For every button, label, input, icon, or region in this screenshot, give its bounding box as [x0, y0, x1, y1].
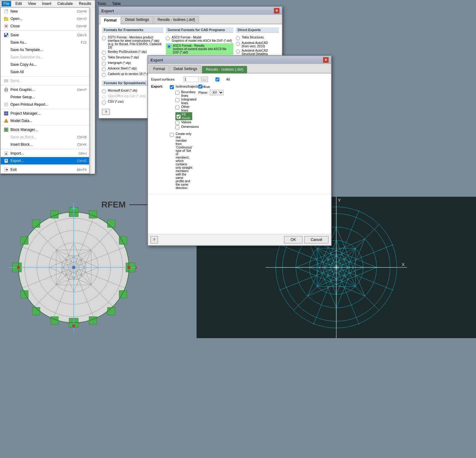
- dialog2-help-btn[interactable]: ?: [150, 236, 158, 243]
- menu-item-projectmanager[interactable]: Project Manager...: [1, 110, 89, 117]
- menu-item-export[interactable]: Export... Ctrl+E: [1, 157, 89, 164]
- dimensions-check[interactable]: Dimensions: [175, 125, 192, 129]
- export-surfaces-row: Export surfaces ... All: [151, 77, 328, 82]
- menu-item-saveas-shortcut: F12: [81, 41, 87, 44]
- cad-ascii-results[interactable]: ASCII Format - ResultsIsolines of curren…: [166, 43, 233, 55]
- menu-item-save-label: Save: [9, 33, 77, 37]
- tab-format-2[interactable]: Format: [149, 65, 169, 73]
- framework-bentley[interactable]: Bentley ProStructures (*.stp): [102, 50, 163, 55]
- menu-item-saveall[interactable]: Save All: [1, 68, 89, 76]
- saveasblock-icon: [3, 135, 9, 140]
- menu-item-blockmanager[interactable]: Block Manager...: [1, 126, 89, 133]
- menu-view[interactable]: View: [26, 1, 38, 6]
- plane-select[interactable]: XY XZ YZ: [210, 90, 224, 95]
- menu-item-save-shortcut: Ctrl+S: [77, 33, 87, 37]
- menu-item-saveas-label: Save As...: [9, 40, 81, 45]
- integrated-lines-check[interactable]: Integrated lines: [175, 97, 192, 105]
- menu-item-insertblock[interactable]: Insert Block... Ctrl+K: [1, 141, 89, 148]
- export-dialog-2-footer: ? OK Cancel: [148, 234, 331, 245]
- export-surfaces-all-checkbox[interactable]: All: [210, 77, 230, 81]
- tab-results-isolines-2[interactable]: Results - Isolines (.dxf): [202, 66, 247, 73]
- integrated-lines-label: Integrated lines: [181, 97, 197, 105]
- svg-rect-21: [6, 114, 8, 115]
- menu-item-open[interactable]: Open... Ctrl+O: [1, 15, 89, 22]
- menu-item-printersetup-label: Printer Setup...: [9, 95, 87, 99]
- cad-section-header: General Formats for CAD Programs: [166, 27, 233, 33]
- menu-item-exit[interactable]: Exit Alt+F4: [1, 166, 89, 173]
- fe-mesh-highlight: FE mesh: [175, 112, 192, 120]
- export-dialog-1-tabs: Format Detail Settings Results - Isoline…: [99, 15, 282, 24]
- menu-item-close-label: Close: [9, 24, 76, 28]
- export-surfaces-input[interactable]: [184, 77, 199, 82]
- export-dialog-2-titlebar: Export ✕: [148, 56, 331, 64]
- svg-rect-18: [4, 112, 6, 113]
- ok-button[interactable]: OK: [284, 236, 302, 243]
- menu-results[interactable]: Results: [77, 1, 93, 6]
- menu-item-exit-label: Exit: [9, 168, 77, 172]
- other-lines-check[interactable]: Other lines: [175, 105, 192, 112]
- export-row: Export: Isolines/trajectories Boundary l…: [151, 85, 192, 190]
- svg-point-87: [17, 266, 20, 269]
- boundary-lines-check[interactable]: Boundary lines: [175, 90, 192, 97]
- svg-point-88: [72, 266, 75, 269]
- continuous-check[interactable]: Create only one member from 'Continuous'…: [170, 132, 187, 190]
- menu-item-send-label: Send...: [9, 79, 87, 83]
- fe-mesh-check[interactable]: FE mesh: [175, 112, 192, 120]
- menu-edit[interactable]: Edit: [14, 1, 24, 6]
- menu-item-printgraphic[interactable]: Print Graphic... Ctrl+P: [1, 86, 89, 93]
- svg-rect-12: [5, 88, 7, 89]
- direct-tekla[interactable]: Tekla Structures: [236, 36, 279, 40]
- menu-item-printoutreport[interactable]: Open Printout Report...: [1, 101, 89, 108]
- cad-ascii-model[interactable]: ASCII Format - ModelGraphics of model in…: [166, 36, 233, 42]
- menu-item-saveastemplate[interactable]: Save As Template...: [1, 46, 89, 53]
- export-checks-group: Isolines/trajectories Boundary lines Int…: [170, 85, 192, 190]
- cancel-button[interactable]: Cancel: [304, 236, 329, 243]
- export-dialog-2-body: Export surfaces ... All Export: Isolines…: [148, 73, 331, 194]
- tab-format-1[interactable]: Format: [100, 17, 121, 24]
- export-dialog-2: Export ✕ Format Detail Settings Results …: [147, 55, 332, 246]
- isolines-check[interactable]: Isolines/trajectories: [170, 85, 187, 89]
- projectmanager-icon: [3, 111, 9, 116]
- menu-item-savecopy[interactable]: Save Copy As...: [1, 61, 89, 68]
- save-icon: [3, 33, 9, 38]
- export-surfaces-dots-btn[interactable]: ...: [201, 77, 208, 82]
- menu-table[interactable]: Table: [110, 1, 123, 6]
- svg-rect-8: [5, 33, 7, 35]
- menu-item-save[interactable]: Save Ctrl+S: [1, 31, 89, 39]
- values-label: Values: [181, 120, 191, 124]
- tab-detail-settings-2[interactable]: Detail Settings: [170, 65, 201, 73]
- export-dialog-2-close[interactable]: ✕: [323, 57, 329, 63]
- menu-tools[interactable]: Tools: [96, 1, 108, 6]
- rfem-mesh-container: X: [9, 203, 138, 326]
- tab-detail-settings-1[interactable]: Detail Settings: [121, 16, 153, 24]
- menu-item-printoutreport-label: Open Printout Report...: [9, 102, 87, 107]
- file-menu-dropdown: New Ctrl+N Open... Ctrl+O Close Ctrl+W S…: [0, 7, 89, 174]
- menu-item-printersetup[interactable]: Printer Setup...: [1, 93, 89, 101]
- menu-item-new[interactable]: New Ctrl+N: [1, 8, 89, 15]
- tab-results-isolines-1[interactable]: Results - Isolines (.dxf): [154, 16, 199, 24]
- menu-insert[interactable]: Insert: [40, 1, 53, 6]
- menu-item-close[interactable]: Close Ctrl+W: [1, 22, 89, 30]
- svg-text:X: X: [402, 262, 405, 267]
- menu-item-saveall-label: Save All: [9, 70, 87, 74]
- menu-file[interactable]: File: [2, 1, 11, 6]
- printoutreport-icon: [3, 102, 9, 107]
- new-icon: [3, 9, 9, 14]
- export-label: Export:: [151, 85, 168, 88]
- framework-dstv[interactable]: DSTV Format - Members product interface …: [102, 36, 163, 49]
- values-check[interactable]: Values: [175, 120, 192, 125]
- menu-item-modeldata[interactable]: Model Data...: [1, 117, 89, 124]
- dialog1-help-btn[interactable]: ?: [102, 109, 110, 115]
- export-surfaces-all-label: All: [226, 77, 230, 81]
- dimensions-label: Dimensions: [181, 125, 199, 128]
- show-color-scale-check[interactable]: [198, 85, 202, 89]
- direct-autocad[interactable]: Autodesk AutoCAD(from vers. 2010): [236, 41, 279, 48]
- menu-calculate[interactable]: Calculate: [56, 1, 75, 6]
- menu-item-saveas[interactable]: Save As... F12: [1, 39, 89, 46]
- export-dialog-1-close[interactable]: ✕: [274, 8, 279, 14]
- svg-rect-13: [5, 90, 7, 92]
- show-color-scale-label: true: [204, 85, 210, 89]
- menu-item-import[interactable]: Import... Ctrl+I: [1, 150, 89, 157]
- svg-rect-1: [6, 10, 8, 11]
- svg-rect-24: [5, 129, 7, 131]
